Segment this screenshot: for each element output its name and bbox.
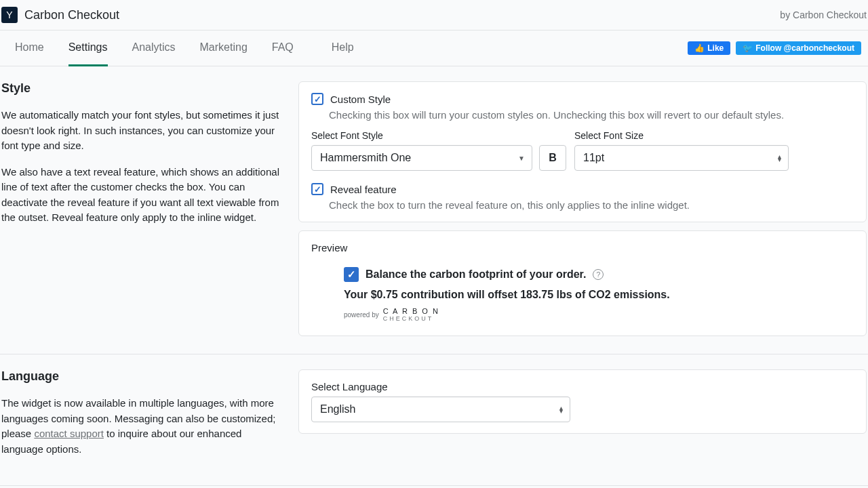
preview-text2: Your $0.75 contribution will offset 183.… — [344, 289, 854, 301]
reveal-checkbox[interactable] — [311, 183, 323, 195]
language-group: Select Language English ▴▾ — [311, 381, 854, 422]
powered-logo-top: C A R B O N — [383, 308, 439, 315]
nav-help[interactable]: Help — [332, 30, 354, 66]
font-style-group: Select Font Style Hammersmith One ▼ B — [311, 130, 566, 171]
language-heading: Language — [1, 369, 279, 384]
powered-logo-bottom: CHECKOUT — [383, 315, 439, 322]
preview-line1-row: ✓ Balance the carbon footprint of your o… — [344, 267, 854, 282]
thumbs-up-icon: 👍 — [694, 43, 705, 53]
reveal-desc: Check the box to turn the reveal feature… — [329, 199, 854, 211]
font-style-select[interactable]: Hammersmith One ▼ — [311, 145, 532, 171]
font-size-label: Select Font Size — [574, 130, 789, 141]
style-right: Custom Style Checking this box will turn… — [298, 81, 867, 336]
nav-faq[interactable]: FAQ — [272, 30, 294, 66]
app-logo-icon: Y — [1, 7, 18, 23]
reveal-row: Reveal feature — [311, 183, 854, 195]
font-style-label: Select Font Style — [311, 130, 566, 141]
fb-label: Like — [707, 43, 724, 53]
style-para1: We automatically match your font styles,… — [1, 108, 279, 154]
language-value: English — [320, 403, 355, 415]
font-size-group: Select Font Size 11pt ▴▾ — [574, 130, 789, 171]
preview-panel: Preview ✓ Balance the carbon footprint o… — [298, 230, 867, 336]
custom-style-checkbox[interactable] — [311, 93, 323, 105]
nav-analytics[interactable]: Analytics — [132, 30, 176, 66]
preview-body: ✓ Balance the carbon footprint of your o… — [311, 267, 854, 322]
header-left: Y Carbon Checkout — [1, 7, 119, 23]
help-icon[interactable]: ? — [593, 269, 604, 280]
contact-support-link[interactable]: contact support — [34, 428, 104, 439]
tw-label: Follow @carboncheckout — [755, 43, 854, 53]
language-panel: Select Language English ▴▾ — [298, 369, 867, 434]
facebook-like-button[interactable]: 👍 Like — [688, 41, 730, 55]
language-para: The widget is now available in multiple … — [1, 396, 279, 457]
powered-by-label: powered by — [344, 311, 379, 319]
custom-style-label: Custom Style — [330, 94, 391, 105]
stepper-icon: ▴▾ — [778, 155, 781, 161]
reveal-label: Reveal feature — [330, 184, 397, 195]
language-select-label: Select Language — [311, 381, 854, 392]
language-select[interactable]: English ▴▾ — [311, 396, 570, 422]
style-left: Style We automatically match your font s… — [1, 81, 279, 336]
app-header: Y Carbon Checkout by Carbon Checkout — [0, 0, 868, 30]
font-size-value: 11pt — [583, 152, 604, 164]
nav-home[interactable]: Home — [15, 30, 44, 66]
social-buttons: 👍 Like 🐦 Follow @carboncheckout — [688, 41, 867, 55]
twitter-icon: 🐦 — [743, 43, 753, 53]
nav-items: Home Settings Analytics Marketing FAQ He… — [15, 30, 354, 66]
app-title: Carbon Checkout — [24, 8, 119, 22]
bold-button[interactable]: B — [539, 145, 566, 171]
content: Style We automatically match your font s… — [0, 66, 868, 488]
preview-checkbox[interactable]: ✓ — [344, 267, 359, 282]
style-heading: Style — [1, 81, 279, 96]
stepper-icon: ▴▾ — [559, 406, 563, 413]
style-para2: We also have a text reveal feature, whic… — [1, 165, 279, 226]
language-right: Select Language English ▴▾ — [298, 369, 867, 468]
preview-text1: Balance the carbon footprint of your ord… — [366, 268, 586, 281]
section-language: Language The widget is now available in … — [0, 354, 868, 486]
bold-label: B — [549, 152, 557, 164]
nav-settings[interactable]: Settings — [68, 30, 108, 66]
nav-marketing[interactable]: Marketing — [200, 30, 248, 66]
font-form-row: Select Font Style Hammersmith One ▼ B — [311, 130, 854, 171]
language-left: Language The widget is now available in … — [1, 369, 279, 468]
powered-logo: C A R B O N CHECKOUT — [383, 308, 439, 322]
preview-title: Preview — [311, 242, 854, 253]
byline: by Carbon Checkout — [780, 9, 867, 20]
custom-style-row: Custom Style — [311, 93, 854, 105]
twitter-follow-button[interactable]: 🐦 Follow @carboncheckout — [736, 41, 861, 55]
font-size-select[interactable]: 11pt ▴▾ — [574, 145, 789, 171]
font-style-value: Hammersmith One — [320, 152, 411, 164]
chevron-down-icon: ▼ — [518, 155, 525, 162]
nav-bar: Home Settings Analytics Marketing FAQ He… — [0, 30, 868, 66]
powered-by: powered by C A R B O N CHECKOUT — [344, 308, 854, 322]
section-style: Style We automatically match your font s… — [0, 66, 868, 354]
style-panel: Custom Style Checking this box will turn… — [298, 81, 867, 222]
custom-style-desc: Checking this box will turn your custom … — [329, 109, 854, 121]
